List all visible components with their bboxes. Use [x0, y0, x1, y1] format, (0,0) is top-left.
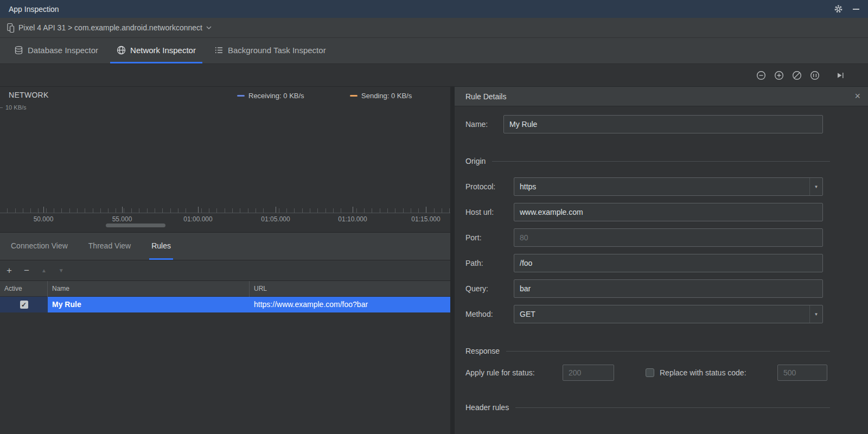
- column-header-name: Name: [48, 281, 250, 297]
- protocol-label: Protocol:: [465, 177, 495, 196]
- major-tick: [198, 207, 199, 213]
- apply-status-label: Apply rule for status:: [465, 363, 535, 382]
- timeline-toolbar: [0, 64, 868, 87]
- tab-background-task-inspector[interactable]: Background Task Inspector: [208, 38, 333, 63]
- add-rule-icon[interactable]: +: [7, 266, 12, 275]
- tab-label: Network Inspector: [130, 46, 196, 55]
- major-tick: [43, 207, 44, 213]
- tab-database-inspector[interactable]: Database Inspector: [8, 38, 105, 63]
- x-tick-label: 01:10.000: [338, 215, 367, 223]
- name-label: Name:: [465, 115, 488, 133]
- major-tick: [276, 207, 276, 213]
- rule-name-cell: My Rule: [48, 297, 250, 312]
- zoom-to-selection-icon[interactable]: [810, 71, 820, 80]
- table-row[interactable]: My Rule https://www.example.com/foo?bar: [0, 297, 450, 312]
- apply-status-input[interactable]: [563, 365, 614, 381]
- minimize-icon[interactable]: [853, 9, 859, 10]
- view-tabs: Connection View Thread View Rules: [0, 232, 450, 260]
- replace-status-label: Replace with status code:: [660, 363, 746, 382]
- tab-thread-view[interactable]: Thread View: [86, 233, 133, 260]
- major-tick: [353, 207, 353, 213]
- close-icon[interactable]: ×: [854, 87, 860, 105]
- method-value: GET: [520, 310, 535, 318]
- receiving-legend-swatch: [237, 95, 245, 97]
- header-rules-section-title: Header rules: [465, 403, 509, 412]
- sending-legend-label: Sending: 0 KB/s: [361, 92, 412, 100]
- rule-details-panel: Rule Details × Name: Origin Protocol: ht…: [455, 87, 868, 434]
- tab-label: Connection View: [11, 241, 68, 250]
- dropdown-arrow-icon: ▼: [809, 178, 822, 195]
- query-input[interactable]: [514, 279, 823, 298]
- device-process-label: Pixel 4 API 31 > com.example.android.net…: [18, 23, 202, 32]
- app-inspection-window: App Inspection Pixel 4 API 31 > com.exam…: [0, 0, 868, 434]
- origin-section: Origin: [465, 156, 830, 167]
- rule-details-header: Rule Details ×: [455, 87, 868, 106]
- timeline-scrollbar-thumb[interactable]: [106, 224, 165, 227]
- device-bar: Pixel 4 API 31 > com.example.android.net…: [0, 18, 868, 38]
- column-header-active: Active: [0, 281, 48, 297]
- settings-gear-icon[interactable]: [834, 4, 843, 14]
- name-input[interactable]: [503, 115, 823, 133]
- header-rules-section: Header rules: [465, 402, 830, 413]
- x-tick-label: 55.000: [112, 215, 132, 223]
- timeline-minor-ticks: [0, 208, 450, 213]
- legend-receiving: Receiving: 0 KB/s: [237, 92, 304, 100]
- query-label: Query:: [465, 279, 488, 298]
- chart-title: NETWORK: [9, 91, 49, 99]
- path-input[interactable]: [514, 254, 823, 272]
- protocol-value: https: [520, 182, 536, 191]
- method-label: Method:: [465, 305, 493, 323]
- main-content: NETWORK Receiving: 0 KB/s Sending: 0 KB/…: [0, 87, 868, 434]
- y-axis-label: 10 KB/s: [5, 104, 27, 111]
- replace-status-input[interactable]: [777, 365, 827, 381]
- legend-sending: Sending: 0 KB/s: [350, 92, 412, 100]
- rules-table-header: Active Name URL: [0, 281, 450, 297]
- major-tick: [426, 207, 426, 213]
- move-up-icon[interactable]: ▲: [41, 268, 47, 273]
- replace-status-checkbox[interactable]: [646, 368, 654, 377]
- protocol-dropdown[interactable]: https ▼: [514, 177, 823, 196]
- reset-zoom-icon[interactable]: [792, 71, 802, 80]
- major-tick: [122, 207, 123, 213]
- path-label: Path:: [465, 254, 483, 272]
- tab-label: Thread View: [88, 241, 131, 250]
- title-bar: App Inspection: [0, 0, 868, 18]
- network-panel: NETWORK Receiving: 0 KB/s Sending: 0 KB/…: [0, 87, 450, 434]
- tab-rules[interactable]: Rules: [149, 233, 173, 260]
- rule-active-cell: [0, 297, 48, 312]
- tab-connection-view[interactable]: Connection View: [9, 233, 70, 260]
- rule-url-cell: https://www.example.com/foo?bar: [250, 297, 450, 312]
- tab-label: Rules: [151, 241, 171, 250]
- database-icon: [14, 46, 23, 55]
- tab-label: Background Task Inspector: [228, 46, 326, 55]
- column-header-url: URL: [250, 281, 450, 297]
- section-divider: [492, 161, 830, 162]
- window-title: App Inspection: [9, 5, 59, 14]
- host-url-label: Host url:: [465, 203, 494, 221]
- x-tick-label: 01:15.000: [411, 215, 440, 223]
- x-tick-label: 50.000: [34, 215, 54, 223]
- remove-rule-icon[interactable]: −: [24, 266, 29, 275]
- jump-to-live-icon[interactable]: [835, 71, 845, 80]
- receiving-legend-label: Receiving: 0 KB/s: [248, 92, 304, 100]
- move-down-icon[interactable]: ▼: [59, 268, 64, 273]
- port-input[interactable]: [514, 228, 823, 247]
- panel-title: Rule Details: [465, 87, 506, 106]
- zoom-in-icon[interactable]: [774, 71, 784, 80]
- x-tick-label: 01:00.000: [183, 215, 212, 223]
- zoom-out-icon[interactable]: [756, 71, 766, 80]
- x-tick-label: 01:05.000: [261, 215, 290, 223]
- section-divider: [515, 407, 830, 408]
- sending-legend-swatch: [350, 95, 358, 97]
- y-axis-tick: [0, 107, 3, 108]
- inspector-tabs: Database Inspector Network Inspector: [0, 38, 868, 64]
- host-url-input[interactable]: [514, 203, 823, 221]
- rule-active-checkbox[interactable]: [20, 301, 28, 309]
- chevron-down-icon: [206, 26, 212, 29]
- port-label: Port:: [465, 228, 482, 247]
- task-list-icon: [214, 46, 224, 55]
- panel-divider[interactable]: [450, 87, 455, 434]
- method-dropdown[interactable]: GET ▼: [514, 305, 823, 323]
- tab-network-inspector[interactable]: Network Inspector: [110, 38, 202, 63]
- device-process-selector[interactable]: Pixel 4 API 31 > com.example.android.net…: [7, 23, 212, 33]
